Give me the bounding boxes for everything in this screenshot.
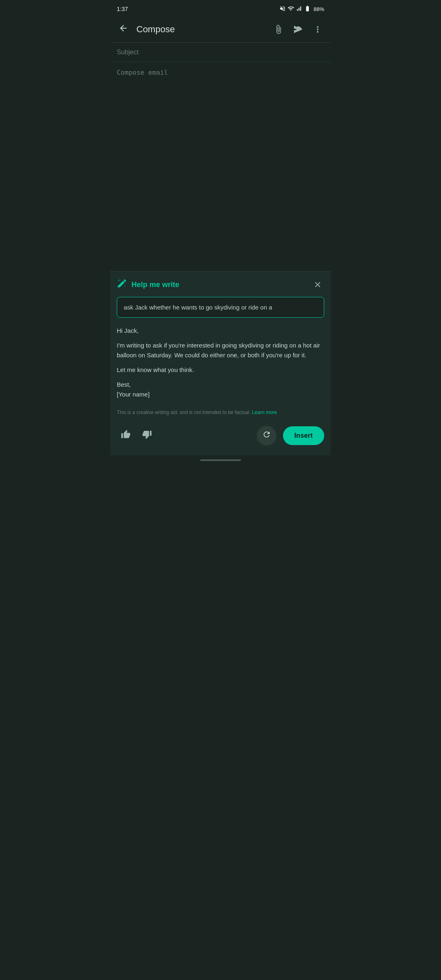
thumbs-down-icon xyxy=(142,430,152,442)
insert-button[interactable]: Insert xyxy=(283,426,324,445)
disclaimer-text: This is a creative writing aid, and is n… xyxy=(117,409,324,416)
ai-pen-icon xyxy=(117,278,127,291)
subject-field[interactable] xyxy=(110,43,331,62)
generated-email-content: Hi Jack, I'm writing to ask if you're in… xyxy=(117,324,324,409)
status-time: 1:37 xyxy=(117,6,128,12)
prompt-input-container[interactable] xyxy=(117,297,324,318)
wifi-icon xyxy=(287,5,294,13)
help-me-write-panel: Help me write Hi Jack, I'm writing to as… xyxy=(110,271,331,455)
thumbs-down-button[interactable] xyxy=(138,427,156,445)
generated-line-4: Best,[Your name] xyxy=(117,380,324,399)
thumbs-up-icon xyxy=(121,430,131,442)
signal-icon xyxy=(296,5,302,13)
refresh-icon xyxy=(262,430,271,441)
attach-button[interactable] xyxy=(270,21,287,38)
generated-line-1: Hi Jack, xyxy=(117,326,324,336)
more-options-button[interactable] xyxy=(310,21,326,38)
hmw-close-button[interactable] xyxy=(311,278,324,291)
mute-icon xyxy=(279,5,286,13)
battery-percent: 88% xyxy=(314,6,324,12)
hmw-title: Help me write xyxy=(131,281,179,289)
prompt-input[interactable] xyxy=(124,303,317,312)
status-icons: 88% xyxy=(279,5,324,13)
subject-input[interactable] xyxy=(117,49,324,56)
battery-icon xyxy=(304,5,311,13)
svg-point-1 xyxy=(124,285,125,286)
back-arrow-icon xyxy=(118,23,128,36)
page-title: Compose xyxy=(136,24,270,35)
back-button[interactable] xyxy=(115,21,131,38)
bottom-actions: Insert xyxy=(117,423,324,449)
email-body-input[interactable] xyxy=(117,68,324,264)
thumbs-up-button[interactable] xyxy=(117,427,135,445)
toolbar-icons xyxy=(270,21,326,38)
home-bar xyxy=(200,459,241,461)
home-indicator xyxy=(110,455,331,463)
svg-point-0 xyxy=(118,280,119,281)
hmw-title-row: Help me write xyxy=(117,278,179,291)
status-bar: 1:37 88% xyxy=(110,0,331,16)
generated-line-2: I'm writing to ask if you're interested … xyxy=(117,341,324,360)
hmw-header: Help me write xyxy=(117,278,324,291)
email-body[interactable] xyxy=(110,62,331,271)
app-bar: Compose xyxy=(110,16,331,42)
send-button[interactable] xyxy=(290,21,306,38)
learn-more-link[interactable]: Learn more xyxy=(252,410,277,415)
generated-line-3: Let me know what you think. xyxy=(117,365,324,375)
refresh-button[interactable] xyxy=(257,426,276,445)
